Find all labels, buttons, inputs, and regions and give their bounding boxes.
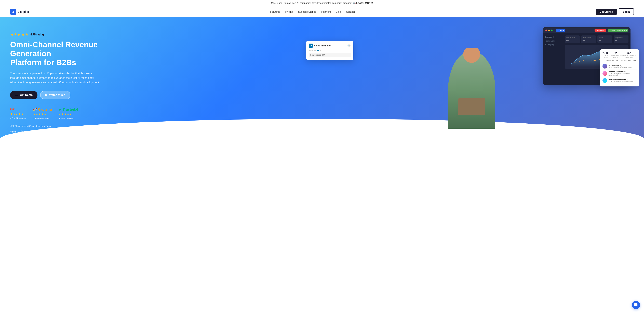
people-stat-posted: 647 Posted on LinkedIn in last 30 days: [621, 52, 636, 58]
mockup-sidebar: Dashboard ▸ Campaigns AI Campaigns: [543, 34, 563, 84]
avatar-3: [602, 78, 607, 83]
trustpilot-count: 4.8 – 62 reviews: [58, 117, 78, 120]
hero-buttons: Get Demo Watch Video: [10, 91, 310, 99]
dot-red: [546, 30, 547, 31]
review-capterra: 🚀 Capterra ★★★★★ 4.4 – 65 reviews: [33, 107, 52, 120]
stat-card-2: Twitter Links —: [581, 36, 596, 43]
cisco-logo: cisco: [42, 131, 49, 133]
nav-success-stories[interactable]: Success Stories: [298, 10, 316, 13]
get-started-button[interactable]: Get Started: [596, 8, 617, 15]
zopto-label: z zopto: [556, 29, 565, 32]
stat-label-2: Twitter Links: [582, 37, 595, 38]
stat-value-2: —: [582, 39, 595, 42]
filter-dot-3: [314, 50, 316, 51]
person-name-3: Dave Harvey-Franklin ✓: [608, 79, 636, 81]
person-name-1: Morgan Lobb ✓: [608, 64, 636, 66]
hero-subtext: Thousands of companies trust Zopto to dr…: [10, 71, 101, 85]
stat-value-1: —: [566, 39, 578, 42]
nav-features[interactable]: Features: [270, 10, 280, 13]
people-stat-changed: 92 Changed jobs in past 90: [610, 52, 621, 58]
watch-video-button[interactable]: Watch Video: [40, 91, 70, 99]
person-container: [440, 48, 504, 129]
filter-dot-4: [317, 50, 318, 51]
logo[interactable]: z zopto: [10, 9, 29, 15]
person-title-2: Chief Executive Officer at Tallory Ander…: [608, 72, 636, 76]
people-stats-row: 2.5K+ Total results 92 Changed jobs in p…: [602, 52, 636, 58]
person-title-1: Chief Executive Officer at WNDDA: [608, 66, 636, 68]
person-title-3: Chief Executive Officer at Meratnaps: [608, 81, 636, 82]
stat-label-1: Profile Views: [566, 37, 578, 38]
stat-card-3: Invites —: [598, 36, 612, 43]
logo-icon: z: [10, 9, 16, 15]
navbar: z zopto Features Pricing Success Stories…: [0, 6, 644, 17]
hero-headline: Omni-Channel Revenue Generation Platform…: [10, 40, 108, 67]
mockup-dots: [546, 30, 552, 31]
nav-blog[interactable]: Blog: [336, 10, 341, 13]
filter-dot-2: [312, 50, 313, 51]
sales-nav-header: in Sales Navigator 🔍: [309, 44, 351, 48]
posted-label: Posted on LinkedIn in last 30 days: [621, 55, 636, 58]
person-body-silhouette: [448, 51, 495, 129]
sales-nav-title: Sales Navigator: [314, 44, 331, 47]
g2-stars: ★★★★★: [10, 112, 26, 116]
announcement-text: Meet Zhoo, Zopto's new AI companion for …: [271, 2, 356, 4]
person-info-2: Dominic Keene FCPA ✓ Chief Executive Off…: [608, 71, 636, 76]
avatar-1: [602, 64, 607, 68]
users-trust-text: 42,070 users from 87 countries trust Zop…: [10, 125, 310, 127]
get-demo-button[interactable]: Get Demo: [10, 91, 38, 99]
posted-num: 647: [621, 52, 636, 55]
person-row-1: Morgan Lobb ✓ Chief Executive Officer at…: [602, 63, 636, 70]
filter-tabs: [309, 50, 351, 51]
nav-contact[interactable]: Contact: [346, 10, 355, 13]
col-profile: PROFILE: [612, 60, 618, 62]
sidebar-dashboard: Dashboard: [543, 35, 563, 39]
mockup-header: z zopto ● activate.com ✓ Connect Twitter…: [543, 27, 630, 34]
g2-count: 4.6 – 61 reviews: [10, 117, 26, 120]
nav-partners[interactable]: Partners: [321, 10, 331, 13]
capterra-stars: ★★★★★: [33, 112, 52, 116]
avatar-2: [602, 71, 607, 76]
demo-dash-icon: [15, 95, 18, 96]
stat-value-4: —: [615, 39, 627, 42]
play-icon: [45, 94, 48, 96]
table-header: ☐ Select all PROFILE FUNCTION RESPONSE: [602, 60, 636, 62]
action-badge-2: ✓ Connect Twitter account: [608, 29, 628, 32]
dot-green: [551, 30, 552, 31]
reviews-row: G2 ★★★★★ 4.6 – 61 reviews 🚀 Capterra ★★★…: [10, 107, 310, 120]
review-g2: G2 ★★★★★ 4.6 – 61 reviews: [10, 107, 26, 120]
stat-value-3: —: [599, 39, 611, 42]
hero-section: ★★★★★ 4.75 rating Omni-Channel Revenue G…: [0, 17, 644, 139]
search-icon[interactable]: 🔍: [347, 44, 351, 47]
filter-dot-1: [309, 50, 310, 51]
stats-grid: Profile Views — Twitter Links — Invites …: [565, 36, 628, 43]
person-laptop: [458, 98, 485, 115]
person-info-1: Morgan Lobb ✓ Chief Executive Officer at…: [608, 64, 636, 68]
total-results-num: 2.5K+: [602, 52, 610, 55]
review-trustpilot: ★ Trustpilot ★★★★★ 4.8 – 62 reviews: [58, 107, 78, 120]
hero-stars: ★★★★★: [10, 32, 29, 37]
emc-logo: EMC²: [30, 131, 37, 133]
nav-actions: Get Started Login: [596, 8, 634, 15]
sidebar-campaigns: ▸ Campaigns: [543, 39, 563, 43]
linkedin-icon: in: [309, 44, 313, 48]
stat-card-1: Profile Views —: [565, 36, 580, 43]
hero-rating-text: 4.75 rating: [30, 33, 44, 36]
stat-label-4: Sequences: [615, 37, 627, 38]
person-head: [463, 48, 480, 63]
g2-logo: G2: [10, 107, 26, 111]
trustpilot-stars: ★★★★★: [58, 112, 78, 116]
capterra-count: 4.4 – 65 reviews: [33, 117, 52, 120]
col-select-all: ☐ Select all: [603, 60, 611, 62]
dot-yellow: [548, 30, 550, 31]
login-button[interactable]: Login: [619, 8, 634, 15]
rating-row: ★★★★★ 4.75 rating: [10, 32, 310, 37]
col-function: FUNCTION: [619, 60, 627, 62]
nav-pricing[interactable]: Pricing: [285, 10, 293, 13]
logo-text: zopto: [18, 9, 29, 14]
action-badge-1: ● activate.com: [594, 29, 606, 32]
total-results-label: Total results: [602, 55, 610, 58]
announcement-bar: Meet Zhoo, Zopto's new AI companion for …: [0, 0, 644, 6]
learn-more-link[interactable]: LEARN MORE!: [356, 2, 373, 4]
hp-logo: hp: [21, 130, 26, 134]
hero-left: ★★★★★ 4.75 rating Omni-Channel Revenue G…: [10, 27, 310, 134]
